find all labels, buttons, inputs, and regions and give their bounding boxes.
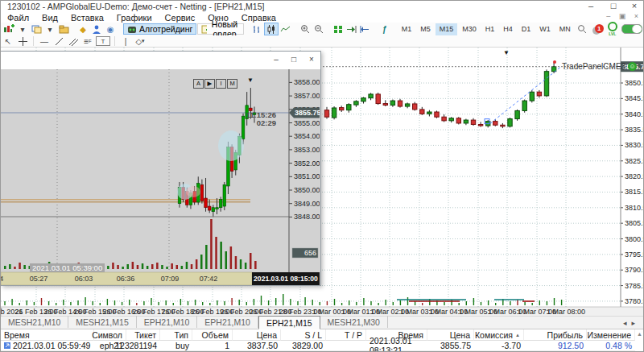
chevron-down-icon[interactable]: ▾ [43,23,56,35]
price-axis[interactable]: 3858.003857.003856.003855.003854.003853.… [289,78,320,221]
smiley-icon[interactable]: ☺ [628,62,637,71]
equidistant-channel-icon[interactable] [67,35,80,47]
column-header-S / L[interactable]: S / L [281,329,326,341]
timeframe-H4[interactable]: H4 [499,23,517,35]
candle [347,105,351,110]
cell-Цена: 3855.75 [427,341,474,351]
column-header-Цена[interactable]: Цена [427,329,474,341]
svg-text:07:09: 07:09 [161,275,180,283]
zoom-out-icon[interactable] [312,23,325,35]
minimize-icon[interactable]: – [267,55,285,66]
column-header-Объем[interactable]: Объем [192,329,233,341]
search-icon[interactable] [576,23,588,35]
market-watch-icon[interactable]: ◆ [76,23,89,35]
cell-Тикет: 123281194 [126,341,160,351]
menu-Вставка[interactable]: Вставка [64,13,110,23]
timeframe-M30[interactable]: M30 [458,23,481,35]
timeframe-MN[interactable]: MN [555,23,575,35]
column-header-Комиссия[interactable]: Комиссия▲ [474,329,524,341]
svg-text:3855.00: 3855.00 [294,119,320,127]
lvl-indicator-icon[interactable]: LVL [608,22,617,36]
mdi-window-controls[interactable]: – ▣ × [606,12,642,20]
floating-window-titlebar[interactable]: – □ × [1,52,320,69]
float-chart[interactable]: 04:5405:2706:0306:3607:0907:422021.03.01… [1,69,320,285]
timeframe-M15[interactable]: M15 [436,23,458,35]
overlay-button-▶[interactable]: ▶ [204,79,215,89]
column-header-T / P[interactable]: T / P [326,329,366,341]
timeframe-toolbar: M1M5M15M30H1H4D1W1MN [398,23,575,35]
horizontal-line-icon[interactable]: — [38,35,51,47]
menu-Файл[interactable]: Файл [1,13,35,23]
maximize-icon[interactable]: □ [285,55,303,66]
overlay-button-A[interactable]: A [193,79,204,89]
menu-Графики[interactable]: Графики [110,13,159,23]
fibonacci-icon[interactable]: ≡F [81,35,94,47]
notifications-icon[interactable]: 1 [592,24,604,35]
profiles-icon[interactable] [30,23,43,35]
tab-MESH21,M15[interactable]: MESH21,M15 [68,316,136,328]
maximize-icon[interactable]: □ [605,1,622,11]
floating-chart-body[interactable]: 04:5405:2706:0306:3607:0907:422021.03.01… [1,69,320,285]
timeframe-D1[interactable]: D1 [518,23,535,35]
tab-scroll-arrows[interactable]: ◂▸ [623,319,640,327]
tab-EPH21,M10[interactable]: EPH21,M10 [137,316,198,328]
overlay-button-M[interactable]: M [227,79,237,89]
menu-Вид[interactable]: Вид [35,13,64,23]
column-header-Цена[interactable]: Цена [233,329,281,341]
svg-text:06:36: 06:36 [117,275,135,283]
shapes-icon[interactable]: ◇▾ [134,35,147,47]
menu-Справка[interactable]: Справка [235,13,283,23]
table-row[interactable]: 2021.03.01 05:59:49eph21123281194buy1383… [1,341,644,351]
navigator-icon[interactable] [90,23,103,35]
timeframe-M5[interactable]: M5 [416,23,435,35]
minimize-icon[interactable]: – [582,1,600,11]
column-header-Время[interactable]: Время [1,329,94,341]
floating-chart-window[interactable]: – □ × 04:5405:2706:0306:3607:0907:422021… [1,51,321,286]
timeframe-H1[interactable]: H1 [481,23,499,35]
text-tool-icon[interactable]: T [96,36,110,46]
connection-toggle[interactable] [621,24,642,34]
column-header-Символ[interactable]: Символ [94,329,126,341]
tab-MESH21,M10[interactable]: MESH21,M10 [1,316,68,328]
auto-scroll-icon[interactable] [345,23,358,35]
column-header-Тикет[interactable]: Тикет [126,329,160,341]
candle [369,94,373,98]
timeframe-W1[interactable]: W1 [535,23,555,35]
overlay-button-I[interactable]: I [216,79,226,89]
anchor-triangle-icon: ▼ [247,77,254,84]
chevron-down-icon[interactable]: ▾ [16,23,29,35]
bar-chart-icon[interactable] [250,23,263,35]
high-dot-icon [553,60,556,64]
cursor-icon[interactable]: ↖ [2,35,14,47]
candlestick-chart-icon[interactable] [264,23,279,35]
cell-Комиссия: -3.70 [474,341,524,351]
table-scroll-up-icon[interactable]: ▲ [637,331,642,337]
tab-MESH21,M30[interactable]: MESH21,M30 [320,316,388,328]
timeframe-M1[interactable]: M1 [398,23,416,35]
close-icon[interactable]: × [303,55,320,66]
tab-EPH21,M15[interactable]: EPH21,M15 [258,316,320,329]
signal-icon[interactable]: ◉ [104,23,117,35]
close-icon[interactable]: × [625,1,643,11]
line-chart-icon[interactable] [279,23,292,35]
column-header-Прибыль[interactable]: Прибыль [524,329,587,341]
column-header-Изменение[interactable]: Изменение [587,329,635,341]
menu-Сервис[interactable]: Сервис [159,13,202,23]
tile-windows-icon[interactable] [332,23,345,35]
tab-EPH21,M10[interactable]: EPH21,M10 [197,316,258,328]
crosshair-icon[interactable] [16,35,29,47]
new-chart-icon[interactable] [2,23,15,35]
time-tooltip: 2021.03.01 05:39:00 [30,263,105,272]
new-order-button[interactable]: Новый ордер [197,23,243,35]
column-header-Тип[interactable]: Тип [160,329,192,341]
chart-shift-icon[interactable] [359,23,372,35]
candle [354,101,358,105]
trend-line-icon[interactable] [52,35,65,47]
indicators-icon[interactable]: ƒ [378,23,391,35]
folder-icon[interactable] [57,23,70,35]
buy-position-icon [4,342,10,349]
algo-trading-button[interactable]: Алготрейдинг [123,23,196,35]
vertical-line-icon[interactable]: | [119,35,132,47]
zoom-in-icon[interactable] [299,23,312,35]
price-axis[interactable]: 3850.503845.503840.503835.503830.503825.… [621,79,644,305]
